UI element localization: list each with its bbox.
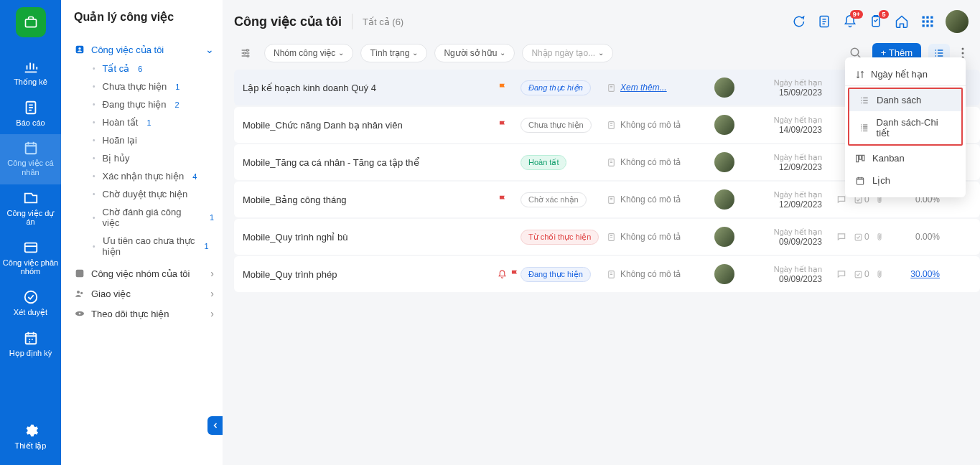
task-description: Không có mô tả — [607, 157, 714, 167]
sidebar-filter-pending-review[interactable]: Chờ đánh giá công việc1 — [91, 203, 214, 232]
filter-status-button[interactable]: Tình trạng⌄ — [360, 44, 427, 62]
task-flag — [498, 83, 521, 93]
rail-label: Công việc phân nhóm — [3, 258, 58, 276]
chevron-right-icon: › — [210, 268, 214, 279]
avatar[interactable] — [714, 189, 734, 210]
avatar[interactable] — [714, 78, 734, 98]
sidebar-group-label: Theo dõi thực hiện — [91, 309, 169, 319]
due-label: Ngày hết hạn — [757, 227, 822, 237]
task-stats: 0 — [822, 269, 894, 279]
team-icon — [74, 268, 85, 279]
sidebar-group-team-tasks[interactable]: Công việc nhóm của tôi › — [74, 263, 214, 283]
svg-point-7 — [78, 47, 80, 50]
filter-owner-button[interactable]: Người sở hữu⌄ — [434, 44, 515, 62]
filter-group-button[interactable]: Nhóm công việc⌄ — [264, 44, 353, 62]
chevron-down-icon: ⌄ — [205, 44, 214, 55]
dropdown-item-list[interactable]: Danh sách — [849, 89, 961, 111]
task-assignee — [714, 78, 757, 98]
user-badge-icon — [74, 44, 85, 55]
sidebar-filter-not-started[interactable]: Chưa thực hiện1 — [91, 78, 214, 95]
status-pill: Đang thực hiện — [521, 80, 591, 95]
task-progress: 0.00% — [894, 232, 944, 242]
filter-date-input[interactable]: Nhập ngày tạo...⌄ — [522, 44, 613, 62]
svg-rect-41 — [859, 155, 862, 159]
svg-point-29 — [962, 52, 964, 54]
task-assignee — [714, 227, 757, 247]
user-avatar[interactable] — [946, 10, 969, 33]
due-date: 15/09/2023 — [757, 88, 822, 98]
sidebar-filter-done[interactable]: Hoàn tất1 — [91, 113, 214, 131]
svg-point-28 — [962, 47, 964, 50]
dropdown-item-calendar[interactable]: Lịch — [845, 169, 966, 192]
sidebar-filter-pending-approval[interactable]: Chờ duyệt thực hiện — [91, 185, 214, 203]
rail-label: Thiết lập — [15, 441, 47, 450]
task-due: Ngày hết hạn12/09/2023 — [757, 153, 822, 172]
status-pill: Đang thực hiện — [521, 267, 591, 282]
sidebar-filter-confirm[interactable]: Xác nhận thực hiện4 — [91, 167, 214, 185]
sidebar-filter-all[interactable]: Tất cả6 — [91, 60, 214, 78]
svg-rect-17 — [930, 17, 933, 19]
rail-item-stats[interactable]: Thống kê — [0, 53, 61, 94]
svg-rect-22 — [926, 24, 928, 27]
avatar[interactable] — [714, 264, 734, 284]
dropdown-item-list-detail[interactable]: Danh sách-Chi tiết — [849, 111, 961, 144]
desc-text: Không có mô tả — [620, 157, 681, 167]
task-due: Ngày hết hạn14/09/2023 — [757, 116, 822, 135]
task-title: Mobile_Bảng công tháng — [243, 194, 498, 205]
svg-point-25 — [243, 52, 246, 54]
rail-item-report[interactable]: Báo cáo — [0, 94, 61, 135]
list-detail-icon — [859, 123, 869, 133]
rail-item-personal-tasks[interactable]: Công việc cá nhân — [0, 134, 61, 184]
task-progress[interactable]: 30.00% — [894, 269, 944, 279]
task-row[interactable]: Mobile_Quy trình phépĐang thực hiệnKhông… — [234, 256, 980, 292]
sidebar-group-follow[interactable]: Theo dõi thực hiện › — [74, 304, 214, 324]
svg-rect-37 — [855, 234, 862, 240]
rail-item-project-tasks[interactable]: Công việc dự án — [0, 184, 61, 234]
rail-item-approve[interactable]: Xét duyệt — [0, 283, 61, 324]
flag-icon — [498, 83, 508, 93]
checklist-icon: 0 — [854, 232, 869, 242]
sidebar-filter-postponed[interactable]: Hoãn lại — [91, 131, 214, 149]
doc-icon — [607, 121, 616, 130]
status-pill: Hoàn tất — [521, 155, 566, 170]
sidebar-filter-high-priority[interactable]: Ưu tiên cao chưa thực hiện1 — [91, 232, 214, 260]
attachment-icon — [877, 232, 885, 242]
avatar[interactable] — [714, 152, 734, 172]
avatar[interactable] — [714, 115, 734, 135]
due-date: 12/09/2023 — [757, 199, 822, 210]
rail-item-group-tasks[interactable]: Công việc phân nhóm — [0, 234, 61, 283]
clipboard-badge: 5 — [879, 10, 889, 19]
collapse-sidebar-button[interactable] — [207, 416, 223, 435]
task-description: Không có mô tả — [607, 194, 714, 205]
clipboard-icon[interactable]: 5 — [868, 14, 884, 29]
sidebar-group-my-tasks[interactable]: Công việc của tôi ⌄ — [74, 39, 214, 60]
rail-item-meetings[interactable]: Họp định kỳ — [0, 324, 61, 365]
chat-icon[interactable] — [790, 14, 806, 29]
svg-rect-18 — [923, 20, 925, 22]
rail-label: Báo cáo — [16, 118, 45, 127]
kanban-icon — [855, 154, 865, 164]
rail-item-settings[interactable]: Thiết lập — [0, 417, 61, 458]
task-title: Mobile_Tăng ca cá nhân - Tăng ca tập thể — [243, 157, 498, 168]
sidebar-filter-in-progress[interactable]: Đang thực hiện2 — [91, 95, 214, 113]
dropdown-item-kanban[interactable]: Kanban — [845, 147, 966, 169]
svg-rect-3 — [24, 243, 37, 252]
see-more-link[interactable]: Xem thêm... — [620, 83, 667, 93]
task-row[interactable]: Mobile_Quy trình nghỉ bùTừ chối thực hiệ… — [234, 219, 980, 255]
due-date: 09/09/2023 — [757, 274, 822, 284]
filter-settings-button[interactable] — [234, 44, 257, 62]
apps-grid-icon[interactable] — [920, 14, 935, 29]
sidebar-group-assign[interactable]: Giao việc › — [74, 283, 214, 304]
sidebar-filter-cancelled[interactable]: Bị hủy — [91, 149, 214, 167]
notes-icon[interactable] — [816, 14, 832, 29]
comment-icon — [836, 232, 846, 242]
due-label: Ngày hết hạn — [757, 190, 822, 199]
dropdown-highlight-box: Danh sách Danh sách-Chi tiết — [848, 88, 963, 146]
home-icon[interactable] — [894, 14, 910, 29]
bell-icon[interactable]: 9+ — [842, 14, 858, 29]
task-assignee — [714, 115, 757, 135]
app-logo-icon — [16, 7, 46, 37]
avatar[interactable] — [714, 227, 734, 247]
svg-rect-39 — [855, 271, 862, 278]
dropdown-sort-row[interactable]: Ngày hết hạn — [845, 63, 966, 86]
